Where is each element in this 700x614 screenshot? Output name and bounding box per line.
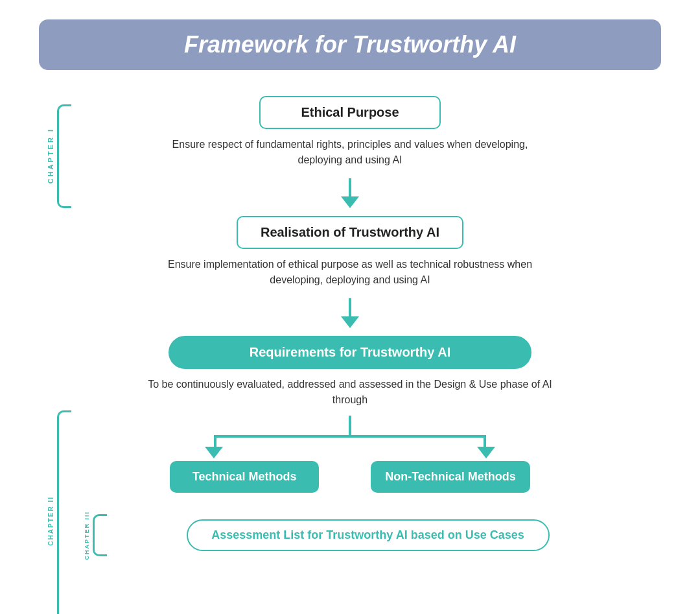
- technical-methods-label: Technical Methods: [192, 470, 297, 483]
- non-technical-methods-label: Non-Technical Methods: [385, 470, 516, 483]
- non-technical-methods-box: Non-Technical Methods: [371, 461, 530, 493]
- title-box: Framework for Trustworthy AI: [39, 19, 661, 70]
- arrow1: [341, 178, 359, 208]
- realisation-box: Realisation of Trustworthy AI: [237, 216, 463, 249]
- chapter1-label: CHAPTER I: [47, 128, 54, 183]
- methods-row: Technical Methods Non-Technical Methods: [75, 461, 625, 493]
- chapter3-label: CHAPTER III: [84, 511, 90, 560]
- split-connector: [188, 416, 512, 461]
- page-title: Framework for Trustworthy AI: [65, 31, 635, 58]
- ethical-purpose-desc: Ensure respect of fundamental rights, pr…: [156, 137, 544, 168]
- requirements-label: Requirements for Trustworthy AI: [250, 345, 450, 359]
- ethical-purpose-label: Ethical Purpose: [301, 105, 399, 119]
- assessment-label: Assessment List for Trustworthy AI based…: [211, 528, 524, 541]
- assessment-box: Assessment List for Trustworthy AI based…: [187, 519, 550, 551]
- page-wrapper: Framework for Trustworthy AI CHAPTER I C…: [0, 0, 700, 614]
- requirements-desc: To be continuously evaluated, addressed …: [130, 377, 570, 408]
- arrow2: [341, 298, 359, 328]
- ethical-purpose-box: Ethical Purpose: [259, 96, 441, 129]
- chapter2-label: CHAPTER II: [47, 496, 54, 546]
- realisation-desc: Ensure implementation of ethical purpose…: [156, 257, 544, 288]
- technical-methods-box: Technical Methods: [170, 461, 319, 493]
- realisation-label: Realisation of Trustworthy AI: [261, 225, 439, 239]
- requirements-box: Requirements for Trustworthy AI: [169, 336, 531, 369]
